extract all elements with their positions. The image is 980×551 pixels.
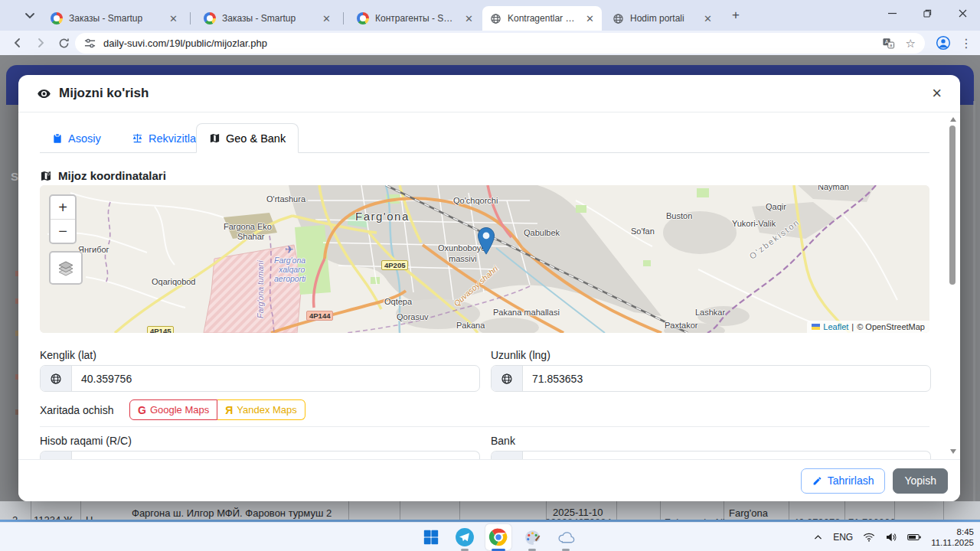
telegram-icon[interactable] xyxy=(452,524,478,550)
map-zoom-control: + − xyxy=(49,194,77,244)
map-marker-pin[interactable] xyxy=(477,227,495,258)
browser-toolbar: daily-suvi.com/19l/public/mijozlar.php A… xyxy=(0,31,980,55)
tab-close-icon[interactable]: ✕ xyxy=(584,13,596,24)
map-labels: NaymanQaqirQo'chqorchiO'rtashuraYukori-V… xyxy=(40,185,929,333)
edit-button[interactable]: Tahrirlash xyxy=(801,468,886,494)
edit-button-label: Tahrirlash xyxy=(828,474,874,487)
close-button[interactable]: Yopish xyxy=(893,468,948,494)
modal-tabs: Asosiy Rekvizitlar Geo & Bank xyxy=(40,123,929,153)
forward-button[interactable] xyxy=(31,33,51,53)
screen: Заказы - Smartup ✕ Заказы - Smartup ✕ Ко… xyxy=(0,0,980,551)
scroll-down-arrow[interactable] xyxy=(950,449,956,454)
clipboard-icon xyxy=(52,133,63,144)
tray-chevron-icon[interactable] xyxy=(813,533,823,543)
site-info-icon[interactable] xyxy=(84,37,96,49)
smartup-favicon-icon xyxy=(51,12,63,24)
translate-icon[interactable]: Aa xyxy=(882,37,895,50)
tab-close-icon[interactable]: ✕ xyxy=(168,13,179,24)
table-cell: Farg'ona xyxy=(729,507,768,519)
map-label: Farg'ona tumani xyxy=(256,260,265,318)
new-tab-button[interactable]: + xyxy=(732,9,740,21)
map-label: Farg'ona xyxy=(274,256,305,265)
address-bar[interactable]: daily-suvi.com/19l/public/mijozlar.php A… xyxy=(75,33,925,54)
tab-label: Контрагенты - Smartup xyxy=(375,13,457,24)
map-layers-button[interactable] xyxy=(49,251,83,285)
map-links-group: G Google Maps Я Yandex Maps xyxy=(129,399,305,420)
background-table-row: 2 11234 Ж Н Фаргона ш. Илгор МФЙ. Фарово… xyxy=(0,501,980,522)
browser-tab[interactable]: Hodim portali ✕ xyxy=(605,6,720,31)
tab-asosiy[interactable]: Asosiy xyxy=(40,124,113,152)
tab-search-chevron-icon[interactable] xyxy=(21,8,41,23)
browser-tab[interactable]: Заказы - Smartup ✕ xyxy=(43,6,185,31)
yandex-maps-label: Yandex Maps xyxy=(237,404,297,416)
bookmark-star-icon[interactable]: ☆ xyxy=(906,37,916,51)
window-restore-button[interactable] xyxy=(910,0,945,26)
map-attribution: Leaflet | © OpenStreetMap xyxy=(807,321,929,333)
reload-button[interactable] xyxy=(54,33,74,53)
browser-tab[interactable]: Контрагенты - Smartup ✕ xyxy=(349,6,481,31)
road-shield: 4P144 xyxy=(306,311,333,321)
cloud-app-icon[interactable] xyxy=(553,524,579,550)
background-text-fragment: S xyxy=(11,170,18,183)
tab-label: Rekvizitlar xyxy=(149,132,200,145)
window-close-button[interactable] xyxy=(945,0,980,26)
leaflet-map[interactable]: NaymanQaqirQo'chqorchiO'rtashuraYukori-V… xyxy=(40,185,929,333)
osm-attribution[interactable]: © OpenStreetMap xyxy=(857,322,925,331)
tab-geo-bank[interactable]: Geo & Bank xyxy=(196,123,299,153)
map-label: Paxtakor xyxy=(665,321,697,330)
lng-input[interactable]: 71.853653 xyxy=(523,366,930,391)
browser-menu-kebab-icon[interactable]: ⋮ xyxy=(956,33,976,53)
modal-scrollbar[interactable] xyxy=(949,114,957,457)
browser-tab-active[interactable]: Kontragentlar — stacked moda ✕ xyxy=(482,6,602,31)
start-button[interactable] xyxy=(418,524,444,550)
tab-close-icon[interactable]: ✕ xyxy=(321,13,332,24)
browser-tab[interactable]: Заказы - Smartup ✕ xyxy=(196,6,338,31)
language-indicator[interactable]: ENG xyxy=(833,532,853,543)
scroll-up-arrow[interactable] xyxy=(950,117,956,122)
table-cell: Фаргона ш. Илгор МФЙ. Фаровон турмуш 2 xyxy=(132,507,332,519)
account-label: Hisob raqami (R/C) xyxy=(40,435,132,447)
map-label: Lashkar xyxy=(695,308,725,317)
taskbar-clock[interactable]: 8:45 11.11.2025 xyxy=(931,527,974,549)
lat-input-group: 40.359756 xyxy=(40,365,480,392)
google-maps-button[interactable]: G Google Maps xyxy=(129,399,217,420)
smartup-favicon-icon xyxy=(357,12,369,24)
tab-close-icon[interactable]: ✕ xyxy=(702,13,714,24)
zoom-out-button[interactable]: − xyxy=(51,220,75,243)
url-text[interactable]: daily-suvi.com/19l/public/mijozlar.php xyxy=(103,37,882,49)
chrome-icon[interactable] xyxy=(485,524,511,550)
modal-close-icon[interactable]: × xyxy=(932,86,942,101)
map-label: Qo'chqorchi xyxy=(453,196,498,205)
scroll-thumb[interactable] xyxy=(949,126,956,285)
map-label: Pakana mahallasi xyxy=(493,308,560,317)
battery-icon[interactable] xyxy=(907,533,921,542)
tab-label: Заказы - Smartup xyxy=(69,13,162,24)
map-label: aeroporti xyxy=(274,274,305,283)
modal-header: Mijozni ko'rish × xyxy=(18,75,960,112)
map-label: Quvasoy shahri xyxy=(452,264,499,308)
lat-input[interactable]: 40.359756 xyxy=(72,366,479,391)
map-label: Oqtepa xyxy=(384,297,412,306)
back-button[interactable] xyxy=(8,33,28,53)
window-minimize-button[interactable] xyxy=(874,0,910,26)
airport-plane-icon: ✈ xyxy=(285,243,294,256)
profile-avatar[interactable] xyxy=(933,33,953,53)
input-prefix xyxy=(41,452,72,459)
bank-input-cut[interactable] xyxy=(491,451,931,459)
yandex-maps-button[interactable]: Я Yandex Maps xyxy=(217,399,305,420)
zoom-in-button[interactable]: + xyxy=(51,196,75,220)
road-shield: 4P145 xyxy=(147,326,174,333)
google-maps-label: Google Maps xyxy=(150,404,209,416)
map-label: Qaqir xyxy=(766,202,786,211)
system-tray: ENG 8:45 11.11.2025 xyxy=(813,523,974,551)
tab-close-icon[interactable]: ✕ xyxy=(463,13,475,24)
divider xyxy=(40,426,929,427)
paint-icon[interactable] xyxy=(519,524,545,550)
scales-icon xyxy=(132,132,143,144)
lng-input-group: 71.853653 xyxy=(491,365,931,392)
close-button-label: Yopish xyxy=(904,474,936,487)
account-input-cut[interactable] xyxy=(40,451,480,459)
leaflet-link[interactable]: Leaflet xyxy=(823,322,848,331)
wifi-icon[interactable] xyxy=(863,532,875,543)
volume-icon[interactable] xyxy=(885,532,897,543)
